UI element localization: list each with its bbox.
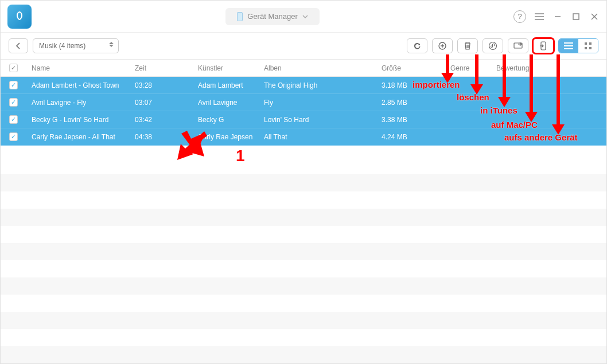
col-time[interactable]: Zeit bbox=[135, 64, 198, 72]
cell-artist: Adam Lambert bbox=[198, 81, 264, 89]
row-checkbox[interactable] bbox=[9, 115, 18, 124]
svg-rect-5 bbox=[585, 42, 587, 45]
svg-rect-0 bbox=[573, 14, 579, 19]
annotation-import: importieren bbox=[413, 80, 460, 89]
cell-artist: Avril Lavigne bbox=[198, 99, 264, 107]
chevron-left-icon bbox=[15, 42, 21, 49]
music-table: Name Zeit Künstler Alben Größe Genre Bew… bbox=[1, 59, 606, 363]
cell-artist: Becky G bbox=[198, 116, 264, 124]
row-checkbox[interactable] bbox=[9, 98, 18, 107]
grid-icon bbox=[584, 42, 592, 50]
svg-marker-9 bbox=[177, 131, 207, 160]
select-all-checkbox[interactable] bbox=[9, 64, 18, 72]
import-button[interactable] bbox=[432, 38, 453, 53]
col-genre[interactable]: Genre bbox=[450, 64, 496, 72]
maximize-button[interactable] bbox=[571, 11, 581, 22]
annotation-macpc: auf Mac/PC bbox=[491, 120, 538, 130]
computer-icon bbox=[513, 42, 523, 50]
device-label: Gerät Manager bbox=[247, 12, 297, 21]
toolbar: Musik (4 items) bbox=[1, 33, 606, 59]
title-bar: Gerät Manager ? bbox=[1, 1, 606, 33]
itunes-icon bbox=[488, 41, 497, 50]
col-rating[interactable]: Bewertung bbox=[496, 64, 606, 72]
to-device-button[interactable] bbox=[533, 38, 554, 53]
category-label: Musik (4 items) bbox=[39, 42, 85, 50]
cell-time: 03:07 bbox=[135, 99, 198, 107]
help-button[interactable]: ? bbox=[513, 10, 526, 23]
minimize-button[interactable] bbox=[552, 11, 563, 22]
annotation-delete: löschen bbox=[457, 92, 489, 102]
category-dropdown[interactable]: Musik (4 items) bbox=[33, 38, 119, 53]
annotation-step-number: 1 bbox=[236, 147, 245, 165]
cell-name: Carly Rae Jepsen - All That bbox=[26, 133, 135, 141]
back-button[interactable] bbox=[9, 38, 28, 53]
col-artist[interactable]: Künstler bbox=[198, 64, 264, 72]
device-transfer-icon bbox=[539, 41, 547, 50]
cell-album: Lovin' So Hard bbox=[264, 116, 382, 124]
col-size[interactable]: Größe bbox=[382, 64, 450, 72]
close-button[interactable] bbox=[589, 11, 600, 22]
table-header: Name Zeit Künstler Alben Größe Genre Bew… bbox=[1, 60, 606, 77]
cell-size: 2.85 MB bbox=[382, 99, 450, 107]
trash-icon bbox=[464, 41, 472, 50]
chevron-down-icon bbox=[302, 15, 308, 18]
list-view-button[interactable] bbox=[559, 39, 578, 53]
cell-name: Avril Lavigne - Fly bbox=[26, 99, 135, 107]
plus-circle-icon bbox=[438, 41, 447, 50]
cell-time: 03:28 bbox=[135, 81, 198, 89]
cell-time: 03:42 bbox=[135, 116, 198, 124]
empty-rows bbox=[1, 174, 606, 363]
annotation-itunes: in iTunes bbox=[480, 105, 517, 115]
menu-button[interactable] bbox=[534, 11, 544, 22]
annotation-cursor-arrow-icon bbox=[173, 126, 213, 166]
cell-size: 4.24 MB bbox=[382, 133, 450, 141]
cell-album: The Original High bbox=[264, 81, 382, 89]
cell-size: 3.38 MB bbox=[382, 116, 450, 124]
svg-rect-7 bbox=[585, 47, 587, 49]
device-selector[interactable]: Gerät Manager bbox=[225, 8, 319, 25]
view-toggle bbox=[558, 38, 598, 53]
row-checkbox[interactable] bbox=[9, 132, 18, 141]
to-itunes-button[interactable] bbox=[483, 38, 503, 53]
cell-name: Becky G - Lovin' So Hard bbox=[26, 116, 135, 124]
refresh-icon bbox=[413, 41, 422, 50]
col-album[interactable]: Alben bbox=[264, 64, 382, 72]
col-name[interactable]: Name bbox=[26, 64, 135, 72]
app-logo bbox=[7, 5, 32, 29]
cell-name: Adam Lambert - Ghost Town bbox=[26, 81, 135, 89]
to-computer-button[interactable] bbox=[508, 38, 528, 53]
cell-album: Fly bbox=[264, 99, 382, 107]
table-row[interactable]: Adam Lambert - Ghost Town 03:28 Adam Lam… bbox=[1, 77, 606, 94]
cell-album: All That bbox=[264, 133, 382, 141]
phone-icon bbox=[237, 12, 243, 21]
row-checkbox[interactable] bbox=[9, 81, 18, 89]
svg-rect-6 bbox=[589, 42, 592, 45]
svg-rect-8 bbox=[589, 47, 592, 49]
delete-button[interactable] bbox=[457, 38, 478, 53]
refresh-button[interactable] bbox=[407, 38, 427, 53]
grid-view-button[interactable] bbox=[578, 39, 598, 53]
list-icon bbox=[564, 42, 573, 49]
annotation-other: aufs andere Gerät bbox=[504, 132, 578, 142]
